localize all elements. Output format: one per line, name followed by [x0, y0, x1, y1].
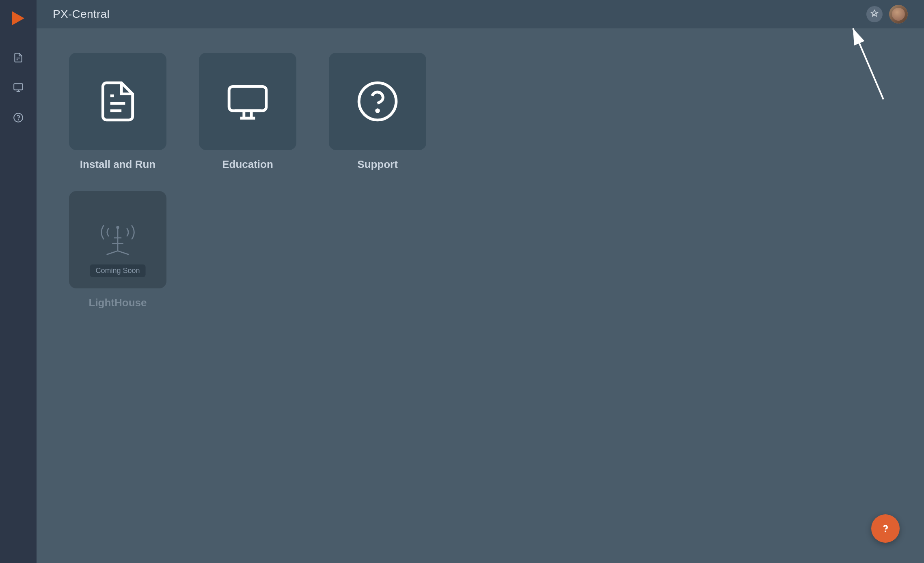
- svg-line-22: [118, 251, 129, 255]
- svg-rect-13: [229, 86, 266, 111]
- document-text-icon: [95, 79, 140, 124]
- fab-help-button[interactable]: [871, 514, 900, 543]
- question-icon: [13, 112, 24, 123]
- education-card-wrapper[interactable]: Education: [199, 53, 296, 171]
- coming-soon-badge: Coming Soon: [90, 264, 145, 277]
- question-circle-icon: [355, 79, 400, 124]
- sidebar: [0, 0, 37, 563]
- page-title: PX-Central: [53, 8, 110, 21]
- main-area: PX-Central: [37, 0, 924, 563]
- install-and-run-card-wrapper[interactable]: Install and Run: [69, 53, 166, 171]
- header: PX-Central: [37, 0, 924, 28]
- svg-point-6: [14, 113, 23, 122]
- lighthouse-card[interactable]: Coming Soon: [69, 191, 166, 288]
- install-and-run-card[interactable]: [69, 53, 166, 150]
- support-card[interactable]: [329, 53, 426, 150]
- support-card-wrapper[interactable]: Support: [329, 53, 426, 171]
- monitor-icon: [13, 82, 24, 93]
- install-and-run-label: Install and Run: [80, 158, 155, 171]
- sidebar-item-docs[interactable]: [9, 49, 27, 67]
- header-actions: [866, 5, 908, 24]
- sidebar-item-help[interactable]: [9, 109, 27, 127]
- sidebar-logo[interactable]: [8, 8, 28, 28]
- cards-grid: Install and Run Education: [69, 53, 892, 309]
- support-label: Support: [357, 158, 398, 171]
- svg-line-21: [107, 251, 118, 255]
- sidebar-item-monitor[interactable]: [9, 79, 27, 97]
- svg-rect-3: [14, 84, 23, 90]
- sidebar-navigation: [9, 49, 27, 127]
- laptop-icon: [225, 79, 270, 124]
- lighthouse-card-wrapper[interactable]: Coming Soon LightHouse: [69, 191, 166, 309]
- content-area: Install and Run Education: [37, 28, 924, 563]
- verified-icon: [870, 9, 879, 19]
- user-avatar[interactable]: [889, 5, 908, 24]
- education-label: Education: [222, 158, 273, 171]
- document-icon: [13, 52, 24, 63]
- svg-point-25: [116, 226, 119, 229]
- svg-point-18: [359, 83, 396, 120]
- lighthouse-label: LightHouse: [89, 297, 147, 309]
- education-card[interactable]: [199, 53, 296, 150]
- antenna-icon: [95, 217, 140, 262]
- verified-badge-button[interactable]: [866, 6, 883, 22]
- fab-question-icon: [879, 522, 892, 535]
- svg-marker-0: [12, 11, 24, 25]
